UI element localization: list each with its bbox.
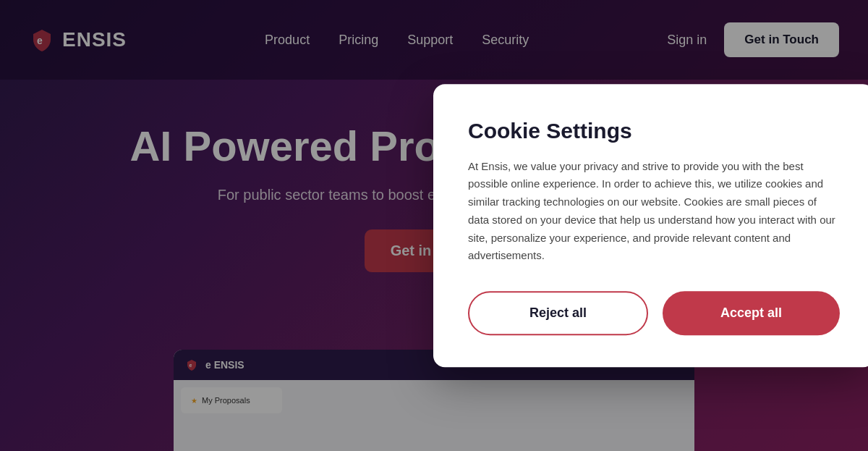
cookie-buttons: Reject all Accept all (468, 291, 840, 335)
accept-all-button[interactable]: Accept all (663, 291, 840, 335)
cookie-modal: Cookie Settings At Ensis, we value your … (433, 84, 868, 368)
reject-all-button[interactable]: Reject all (468, 291, 648, 335)
cookie-body: At Ensis, we value your privacy and stri… (468, 158, 840, 266)
cookie-title: Cookie Settings (468, 119, 840, 143)
